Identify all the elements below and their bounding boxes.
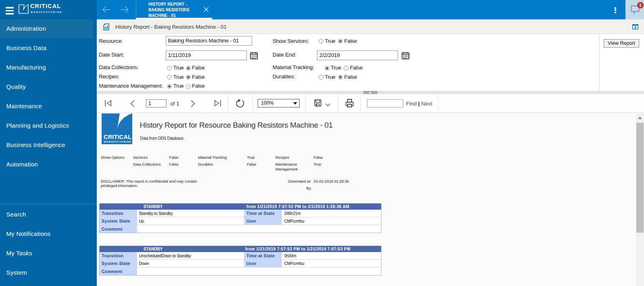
svg-text:CRITICAL: CRITICAL — [104, 134, 131, 140]
svg-text:MANUFACTURING: MANUFACTURING — [104, 141, 132, 143]
